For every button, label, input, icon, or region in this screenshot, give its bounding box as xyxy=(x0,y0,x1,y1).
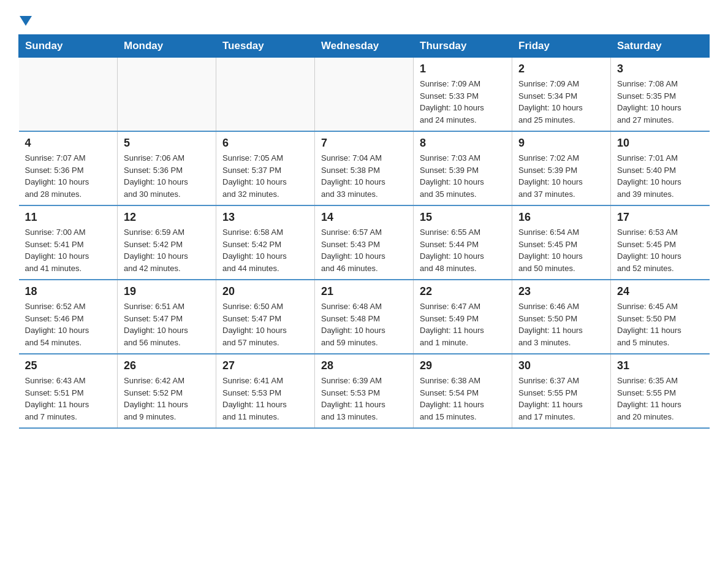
day-number: 8 xyxy=(420,137,506,150)
weekday-header-friday: Friday xyxy=(512,35,611,58)
calendar-cell: 4Sunrise: 7:07 AM Sunset: 5:36 PM Daylig… xyxy=(19,131,118,205)
day-info: Sunrise: 7:09 AM Sunset: 5:34 PM Dayligh… xyxy=(518,78,604,126)
calendar-cell: 21Sunrise: 6:48 AM Sunset: 5:48 PM Dayli… xyxy=(315,280,414,354)
day-number: 28 xyxy=(321,359,407,372)
calendar-cell: 18Sunrise: 6:52 AM Sunset: 5:46 PM Dayli… xyxy=(19,280,118,354)
day-number: 26 xyxy=(124,359,210,372)
calendar-cell: 25Sunrise: 6:43 AM Sunset: 5:51 PM Dayli… xyxy=(19,354,118,428)
weekday-header-wednesday: Wednesday xyxy=(315,35,414,58)
day-number: 29 xyxy=(420,359,506,372)
calendar-cell: 27Sunrise: 6:41 AM Sunset: 5:53 PM Dayli… xyxy=(216,354,315,428)
day-info: Sunrise: 6:46 AM Sunset: 5:50 PM Dayligh… xyxy=(518,301,604,348)
calendar-cell: 7Sunrise: 7:04 AM Sunset: 5:38 PM Daylig… xyxy=(315,131,414,205)
weekday-header-row: SundayMondayTuesdayWednesdayThursdayFrid… xyxy=(19,35,710,58)
day-number: 23 xyxy=(518,285,604,298)
calendar-cell xyxy=(216,58,315,132)
calendar-week-row: 18Sunrise: 6:52 AM Sunset: 5:46 PM Dayli… xyxy=(19,280,710,354)
day-info: Sunrise: 6:45 AM Sunset: 5:50 PM Dayligh… xyxy=(617,301,703,348)
calendar-table: SundayMondayTuesdayWednesdayThursdayFrid… xyxy=(18,34,710,429)
day-info: Sunrise: 6:53 AM Sunset: 5:45 PM Dayligh… xyxy=(617,226,703,274)
day-number: 2 xyxy=(518,63,604,75)
day-info: Sunrise: 6:52 AM Sunset: 5:46 PM Dayligh… xyxy=(25,301,112,348)
calendar-cell: 14Sunrise: 6:57 AM Sunset: 5:43 PM Dayli… xyxy=(315,205,414,280)
day-number: 12 xyxy=(124,211,210,224)
day-info: Sunrise: 6:41 AM Sunset: 5:53 PM Dayligh… xyxy=(222,375,308,423)
weekday-header-saturday: Saturday xyxy=(611,35,710,58)
day-number: 24 xyxy=(617,285,703,298)
calendar-cell: 19Sunrise: 6:51 AM Sunset: 5:47 PM Dayli… xyxy=(118,280,216,354)
day-number: 7 xyxy=(321,137,407,150)
day-number: 14 xyxy=(321,211,407,224)
day-info: Sunrise: 7:01 AM Sunset: 5:40 PM Dayligh… xyxy=(617,152,703,200)
calendar-cell: 29Sunrise: 6:38 AM Sunset: 5:54 PM Dayli… xyxy=(414,354,512,428)
calendar-cell: 17Sunrise: 6:53 AM Sunset: 5:45 PM Dayli… xyxy=(611,205,710,280)
calendar-cell: 20Sunrise: 6:50 AM Sunset: 5:47 PM Dayli… xyxy=(216,280,315,354)
calendar-cell: 31Sunrise: 6:35 AM Sunset: 5:55 PM Dayli… xyxy=(611,354,710,428)
day-number: 18 xyxy=(25,285,112,298)
calendar-cell: 22Sunrise: 6:47 AM Sunset: 5:49 PM Dayli… xyxy=(414,280,512,354)
day-number: 15 xyxy=(420,211,506,224)
day-number: 13 xyxy=(222,211,308,224)
weekday-header-thursday: Thursday xyxy=(414,35,512,58)
day-number: 22 xyxy=(420,285,506,298)
calendar-cell: 9Sunrise: 7:02 AM Sunset: 5:39 PM Daylig… xyxy=(512,131,611,205)
day-number: 5 xyxy=(124,137,210,150)
calendar-cell xyxy=(315,58,414,132)
day-info: Sunrise: 6:35 AM Sunset: 5:55 PM Dayligh… xyxy=(617,375,703,423)
calendar-header: SundayMondayTuesdayWednesdayThursdayFrid… xyxy=(19,35,710,58)
day-number: 20 xyxy=(222,285,308,298)
calendar-cell: 28Sunrise: 6:39 AM Sunset: 5:53 PM Dayli… xyxy=(315,354,414,428)
day-number: 1 xyxy=(420,63,506,75)
calendar-cell xyxy=(118,58,216,132)
calendar-cell: 15Sunrise: 6:55 AM Sunset: 5:44 PM Dayli… xyxy=(414,205,512,280)
weekday-header-monday: Monday xyxy=(118,35,216,58)
day-number: 16 xyxy=(518,211,604,224)
day-info: Sunrise: 6:51 AM Sunset: 5:47 PM Dayligh… xyxy=(124,301,210,348)
day-info: Sunrise: 7:00 AM Sunset: 5:41 PM Dayligh… xyxy=(25,226,112,274)
day-info: Sunrise: 7:06 AM Sunset: 5:36 PM Dayligh… xyxy=(124,152,210,200)
calendar-cell: 23Sunrise: 6:46 AM Sunset: 5:50 PM Dayli… xyxy=(512,280,611,354)
day-number: 30 xyxy=(518,359,604,372)
day-number: 27 xyxy=(222,359,308,372)
calendar-body: 1Sunrise: 7:09 AM Sunset: 5:33 PM Daylig… xyxy=(19,58,710,429)
day-number: 4 xyxy=(25,137,112,150)
calendar-week-row: 4Sunrise: 7:07 AM Sunset: 5:36 PM Daylig… xyxy=(19,131,710,205)
day-number: 21 xyxy=(321,285,407,298)
day-info: Sunrise: 7:03 AM Sunset: 5:39 PM Dayligh… xyxy=(420,152,506,200)
calendar-cell: 11Sunrise: 7:00 AM Sunset: 5:41 PM Dayli… xyxy=(19,205,118,280)
calendar-cell: 16Sunrise: 6:54 AM Sunset: 5:45 PM Dayli… xyxy=(512,205,611,280)
day-number: 17 xyxy=(617,211,703,224)
svg-marker-0 xyxy=(20,16,32,26)
calendar-cell: 5Sunrise: 7:06 AM Sunset: 5:36 PM Daylig… xyxy=(118,131,216,205)
day-number: 19 xyxy=(124,285,210,298)
day-info: Sunrise: 6:59 AM Sunset: 5:42 PM Dayligh… xyxy=(124,226,210,274)
calendar-week-row: 1Sunrise: 7:09 AM Sunset: 5:33 PM Daylig… xyxy=(19,58,710,132)
day-info: Sunrise: 6:39 AM Sunset: 5:53 PM Dayligh… xyxy=(321,375,407,423)
day-number: 3 xyxy=(617,63,703,75)
calendar-cell: 24Sunrise: 6:45 AM Sunset: 5:50 PM Dayli… xyxy=(611,280,710,354)
day-info: Sunrise: 6:47 AM Sunset: 5:49 PM Dayligh… xyxy=(420,301,506,348)
day-info: Sunrise: 7:05 AM Sunset: 5:37 PM Dayligh… xyxy=(222,152,308,200)
day-info: Sunrise: 6:55 AM Sunset: 5:44 PM Dayligh… xyxy=(420,226,506,274)
calendar-cell: 8Sunrise: 7:03 AM Sunset: 5:39 PM Daylig… xyxy=(414,131,512,205)
logo xyxy=(18,12,32,28)
calendar-cell: 12Sunrise: 6:59 AM Sunset: 5:42 PM Dayli… xyxy=(118,205,216,280)
day-info: Sunrise: 7:02 AM Sunset: 5:39 PM Dayligh… xyxy=(518,152,604,200)
day-info: Sunrise: 7:07 AM Sunset: 5:36 PM Dayligh… xyxy=(25,152,112,200)
weekday-header-sunday: Sunday xyxy=(19,35,118,58)
day-info: Sunrise: 6:42 AM Sunset: 5:52 PM Dayligh… xyxy=(124,375,210,423)
page-header xyxy=(18,12,710,28)
day-info: Sunrise: 6:50 AM Sunset: 5:47 PM Dayligh… xyxy=(222,301,308,348)
day-number: 6 xyxy=(222,137,308,150)
day-info: Sunrise: 7:09 AM Sunset: 5:33 PM Dayligh… xyxy=(420,78,506,126)
calendar-cell: 3Sunrise: 7:08 AM Sunset: 5:35 PM Daylig… xyxy=(611,58,710,132)
day-info: Sunrise: 6:54 AM Sunset: 5:45 PM Dayligh… xyxy=(518,226,604,274)
day-number: 31 xyxy=(617,359,703,372)
day-info: Sunrise: 6:38 AM Sunset: 5:54 PM Dayligh… xyxy=(420,375,506,423)
calendar-cell: 26Sunrise: 6:42 AM Sunset: 5:52 PM Dayli… xyxy=(118,354,216,428)
day-info: Sunrise: 6:48 AM Sunset: 5:48 PM Dayligh… xyxy=(321,301,407,348)
day-info: Sunrise: 6:57 AM Sunset: 5:43 PM Dayligh… xyxy=(321,226,407,274)
logo-arrow-icon xyxy=(20,16,32,28)
calendar-cell xyxy=(19,58,118,132)
day-number: 9 xyxy=(518,137,604,150)
